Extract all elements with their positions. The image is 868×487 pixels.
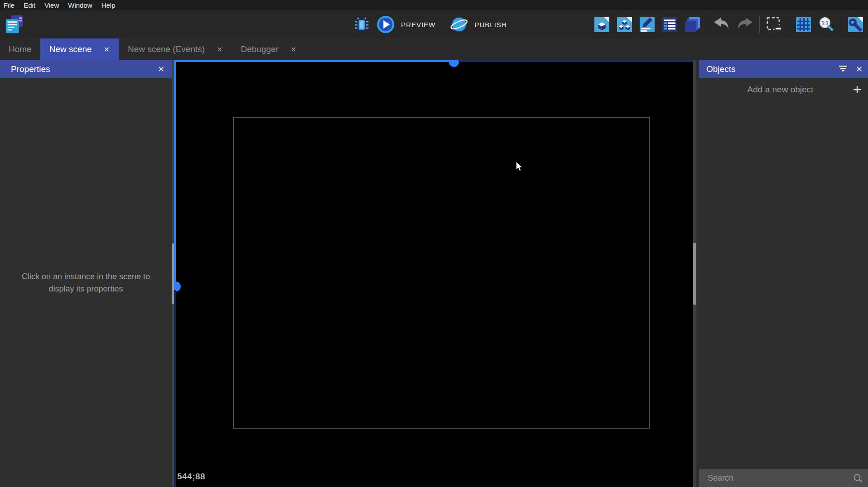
undo-icon[interactable] [713,17,730,32]
preview-play-icon[interactable] [376,15,395,33]
svg-text:1:1: 1:1 [822,20,829,25]
tab-close-icon[interactable]: ✕ [104,45,110,54]
deselect-icon[interactable] [766,16,783,33]
objects-panel-header: Objects ✕ [699,60,868,78]
close-icon[interactable]: ✕ [158,64,164,74]
grid-icon[interactable] [795,16,812,33]
toolbar-separator [759,16,760,33]
cursor-coordinates: 544;88 [177,472,205,482]
properties-panel-title: Properties [11,64,50,74]
add-object-label: Add a new object [699,85,846,95]
properties-panel-body: Click on an instance in the scene to dis… [0,78,172,487]
selection-edge-top [175,60,458,62]
object-search-bar [699,469,868,487]
tab-label: New scene (Events) [128,44,205,54]
object-groups-icon[interactable] [616,16,633,33]
search-icon[interactable] [848,473,868,483]
toolbar-separator [707,16,707,33]
project-manager-icon[interactable] [4,14,24,35]
game-window-frame [233,117,650,429]
tab-debugger[interactable]: Debugger ✕ [232,38,306,60]
redo-icon[interactable] [736,17,753,32]
scene-properties-icon[interactable] [847,16,864,33]
tab-label: Debugger [241,44,279,54]
toolbar-separator [841,16,841,33]
mouse-cursor-icon [516,161,524,174]
toolbar-center-group: PREVIEW PUBLISH [353,10,515,38]
close-icon[interactable]: ✕ [856,64,863,74]
editor-tab-bar: Home New scene ✕ New scene (Events) ✕ De… [0,38,868,60]
tab-close-icon[interactable]: ✕ [290,45,296,54]
object-search-input[interactable] [699,473,848,483]
objects-editor-icon[interactable] [593,16,610,33]
menu-view[interactable]: View [40,1,63,9]
properties-panel-header: Properties ✕ [0,60,172,78]
filter-icon[interactable] [839,64,848,74]
properties-empty-message: Click on an instance in the scene to dis… [18,271,154,294]
menu-file[interactable]: File [4,1,19,9]
tab-home[interactable]: Home [0,38,40,60]
selection-edge-top-faded [458,60,693,62]
instances-list-icon[interactable] [661,16,678,33]
menu-edit[interactable]: Edit [19,1,40,9]
objects-panel-title: Objects [706,64,735,74]
debug-icon[interactable] [353,16,370,33]
app-window: File Edit View Window Help [0,0,868,487]
zoom-reset-icon[interactable]: 1:1 [818,16,835,33]
main-toolbar: PREVIEW PUBLISH [0,10,868,38]
plus-icon[interactable]: + [846,81,868,98]
tab-new-scene-events[interactable]: New scene (Events) ✕ [119,38,231,60]
toolbar-right-group: 1:1 [593,10,864,38]
tab-close-icon[interactable]: ✕ [217,45,222,54]
publish-button[interactable]: PUBLISH [474,21,506,29]
right-scrollbar-thumb[interactable] [693,243,696,305]
menu-help[interactable]: Help [97,1,120,9]
add-object-row[interactable]: Add a new object + [699,80,868,99]
selection-edge-left-faded [174,290,176,487]
objects-panel [699,60,868,487]
menu-bar: File Edit View Window Help [0,0,868,10]
properties-editor-icon[interactable] [639,16,656,33]
tab-label: Home [9,44,32,54]
tab-new-scene[interactable]: New scene ✕ [40,38,119,60]
toolbar-separator [789,16,789,33]
preview-button[interactable]: PREVIEW [401,21,435,29]
tab-label: New scene [49,44,92,54]
publish-globe-icon[interactable] [450,15,468,33]
layers-editor-icon[interactable] [684,16,701,33]
selection-edge-left [174,60,176,290]
left-divider-handle[interactable] [172,244,174,304]
menu-window[interactable]: Window [63,1,96,9]
